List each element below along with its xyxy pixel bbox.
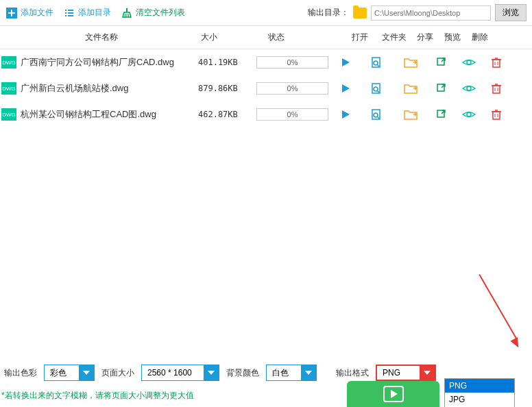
delete-button[interactable] <box>483 83 510 94</box>
header-preview: 预览 <box>439 32 466 43</box>
header-folder: 文件夹 <box>377 32 411 43</box>
open-file-button[interactable] <box>359 56 394 69</box>
page-label: 页面大小 <box>101 367 134 379</box>
progress-bar: 0% <box>256 82 328 95</box>
list-icon <box>63 7 75 19</box>
file-row: DWG 广西南宁同方公司钢结构厂房CAD.dwg 401.19KB 0% <box>0 49 532 75</box>
share-button[interactable] <box>428 57 455 68</box>
open-folder-button[interactable] <box>394 57 428 68</box>
dwg-badge: DWG <box>1 82 16 95</box>
table-header: 文件名称 大小 状态 打开 文件夹 分享 预览 删除 <box>0 26 532 49</box>
header-open: 打开 <box>343 32 377 43</box>
svg-rect-8 <box>68 15 73 16</box>
file-list: DWG 广西南宁同方公司钢结构厂房CAD.dwg 401.19KB 0% DWG… <box>0 49 532 127</box>
play-button[interactable] <box>332 110 359 119</box>
add-folder-button[interactable]: 添加目录 <box>63 7 111 19</box>
play-button[interactable] <box>332 84 359 93</box>
format-dropdown: PNG JPG BMP <box>444 378 515 407</box>
svg-line-25 <box>377 90 379 92</box>
file-row: DWG 杭州某公司钢结构工程CAD图.dwg 462.87KB 0% <box>0 101 532 127</box>
svg-point-27 <box>467 86 471 90</box>
top-toolbar: 添加文件 添加目录 清空文件列表 输出目录： 浏览 <box>0 0 532 26</box>
header-size: 大小 <box>182 32 237 43</box>
format-combo[interactable]: PNG <box>376 365 436 381</box>
svg-rect-5 <box>65 12 66 14</box>
header-name: 文件名称 <box>0 32 182 43</box>
svg-rect-4 <box>68 10 73 11</box>
svg-rect-3 <box>65 10 66 11</box>
output-path-input[interactable] <box>371 5 491 21</box>
dwg-badge: DWG <box>1 108 16 121</box>
svg-rect-9 <box>126 8 128 12</box>
svg-point-37 <box>467 112 471 116</box>
svg-rect-7 <box>65 15 66 16</box>
broom-icon <box>121 7 133 19</box>
add-file-button[interactable]: 添加文件 <box>5 7 53 19</box>
chevron-down-icon <box>301 365 316 380</box>
chevron-down-icon <box>420 366 435 380</box>
progress-bar: 0% <box>256 56 328 69</box>
color-combo[interactable]: 彩色 <box>44 365 95 381</box>
chevron-down-icon <box>204 365 219 380</box>
svg-line-35 <box>377 116 379 119</box>
file-name: 广西南宁同方公司钢结构厂房CAD.dwg <box>16 56 198 69</box>
clear-list-button[interactable]: 清空文件列表 <box>121 7 185 19</box>
svg-rect-28 <box>493 86 500 93</box>
open-folder-button[interactable] <box>394 83 428 94</box>
delete-button[interactable] <box>483 57 510 68</box>
dropdown-option-jpg[interactable]: JPG <box>445 393 514 406</box>
svg-rect-2 <box>8 12 15 14</box>
output-dir-label: 输出目录： <box>308 7 349 18</box>
file-name: 广州新白云机场航站楼.dwg <box>16 82 198 95</box>
plus-icon <box>5 7 18 19</box>
clear-list-label: 清空文件列表 <box>136 7 185 18</box>
annotation-arrow <box>479 274 518 340</box>
dwg-badge: DWG <box>1 56 16 69</box>
add-file-label: 添加文件 <box>21 7 53 18</box>
file-name: 杭州某公司钢结构工程CAD图.dwg <box>16 108 198 121</box>
file-size: 401.19KB <box>198 58 253 67</box>
file-row: DWG 广州新白云机场航站楼.dwg 879.86KB 0% <box>0 75 532 101</box>
bg-label: 背景颜色 <box>226 367 259 379</box>
page-size-combo[interactable]: 2560 * 1600 <box>141 365 219 381</box>
convert-button[interactable] <box>347 381 439 407</box>
play-button[interactable] <box>332 58 359 67</box>
svg-point-17 <box>467 60 471 64</box>
open-folder-button[interactable] <box>394 109 428 120</box>
svg-rect-38 <box>493 112 500 119</box>
add-folder-label: 添加目录 <box>78 7 111 18</box>
svg-rect-18 <box>493 60 500 67</box>
chevron-down-icon <box>79 365 94 380</box>
dropdown-option-png[interactable]: PNG <box>445 379 514 393</box>
file-size: 462.87KB <box>198 110 253 119</box>
header-share: 分享 <box>411 32 439 43</box>
file-size: 879.86KB <box>198 84 253 93</box>
preview-button[interactable] <box>455 84 483 93</box>
progress-bar: 0% <box>256 108 328 121</box>
folder-icon[interactable] <box>353 8 367 18</box>
browse-button[interactable]: 浏览 <box>495 4 527 21</box>
header-status: 状态 <box>237 32 315 43</box>
preview-button[interactable] <box>455 110 483 119</box>
preview-button[interactable] <box>455 58 483 67</box>
color-label: 输出色彩 <box>4 367 37 379</box>
open-file-button[interactable] <box>359 82 394 95</box>
annotation-arrow-head <box>510 337 522 349</box>
hint-text: *若转换出来的文字模糊，请将页面大小调整为更大值 <box>1 390 194 402</box>
share-button[interactable] <box>428 83 455 94</box>
delete-button[interactable] <box>483 109 510 120</box>
svg-line-15 <box>377 64 379 66</box>
header-delete: 删除 <box>466 32 494 43</box>
share-button[interactable] <box>428 109 455 120</box>
open-file-button[interactable] <box>359 108 394 121</box>
format-label: 输出格式 <box>336 367 369 379</box>
svg-rect-6 <box>68 12 73 14</box>
bg-color-combo[interactable]: 白色 <box>266 365 317 381</box>
